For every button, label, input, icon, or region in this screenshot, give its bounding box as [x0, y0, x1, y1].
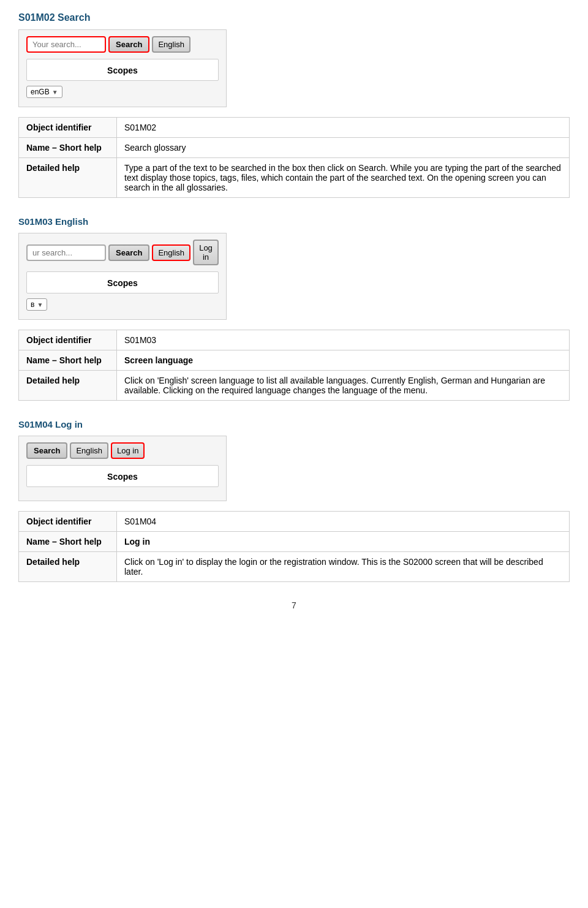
value-name-s01m02: Search glossary [117, 138, 570, 158]
dropdown-arrow-s01m02: ▼ [52, 89, 58, 96]
table-row: Name – Short help Search glossary [19, 138, 570, 158]
label-detail-s01m04: Detailed help [19, 552, 117, 582]
english-button-s01m02[interactable]: English [152, 36, 190, 53]
dropdown-arrow-s01m03: ▼ [37, 301, 43, 308]
table-row: Name – Short help Screen language [19, 350, 570, 371]
value-detail-s01m02: Type a part of the text to be searched i… [117, 158, 570, 198]
value-detail-s01m03: Click on 'English' screen language to li… [117, 371, 570, 401]
english-button-s01m04[interactable]: English [70, 442, 108, 459]
value-object-id-s01m03: S01M03 [117, 330, 570, 350]
english-button-s01m03[interactable]: English [152, 244, 190, 261]
value-name-s01m03: Screen language [117, 350, 570, 371]
label-name-s01m04: Name – Short help [19, 532, 117, 552]
table-row: Detailed help Click on 'English' screen … [19, 371, 570, 401]
lang-label-s01m02: enGB [31, 88, 50, 96]
section-s01m04-heading: S01M04 Log in [18, 419, 570, 429]
info-table-s01m02: Object identifier S01M02 Name – Short he… [18, 117, 570, 198]
table-row: Object identifier S01M02 [19, 118, 570, 138]
table-row: Object identifier S01M04 [19, 512, 570, 532]
search-input-s01m02[interactable] [26, 36, 106, 53]
section-s01m03-heading: S01M03 English [18, 216, 570, 227]
page-number: 7 [18, 600, 570, 610]
section-s01m02-heading: S01M02 Search [18, 12, 570, 23]
value-object-id-s01m02: S01M02 [117, 118, 570, 138]
login-button-s01m03[interactable]: Log in [193, 240, 219, 265]
table-row: Name – Short help Log in [19, 532, 570, 552]
scopes-panel-s01m02: Scopes [26, 59, 219, 81]
screenshot-s01m04: Search English Log in Scopes [18, 436, 227, 501]
search-button-s01m04[interactable]: Search [26, 442, 67, 459]
value-detail-s01m04: Click on 'Log in' to display the login o… [117, 552, 570, 582]
search-button-s01m02[interactable]: Search [108, 36, 149, 53]
table-row: Detailed help Click on 'Log in' to displ… [19, 552, 570, 582]
label-object-id-s01m03: Object identifier [19, 330, 117, 350]
label-object-id-s01m02: Object identifier [19, 118, 117, 138]
scopes-panel-s01m03: Scopes [26, 271, 219, 293]
value-object-id-s01m04: S01M04 [117, 512, 570, 532]
search-bar-s01m02: Search English [26, 36, 219, 53]
search-bar-s01m04: Search English Log in [26, 442, 219, 459]
table-row: Detailed help Type a part of the text to… [19, 158, 570, 198]
value-name-s01m04: Log in [117, 532, 570, 552]
info-table-s01m04: Object identifier S01M04 Name – Short he… [18, 511, 570, 582]
label-name-s01m03: Name – Short help [19, 350, 117, 371]
label-detail-s01m02: Detailed help [19, 158, 117, 198]
search-input-s01m03[interactable] [26, 244, 106, 261]
label-detail-s01m03: Detailed help [19, 371, 117, 401]
info-table-s01m03: Object identifier S01M03 Name – Short he… [18, 330, 570, 401]
search-button-s01m03[interactable]: Search [108, 244, 149, 261]
login-button-s01m04[interactable]: Log in [111, 442, 145, 459]
table-row: Object identifier S01M03 [19, 330, 570, 350]
screenshot-s01m02: Search English Scopes enGB ▼ [18, 29, 227, 107]
lang-dropdown-s01m03[interactable]: в ▼ [26, 298, 47, 311]
lang-label-s01m03: в [31, 300, 34, 309]
label-object-id-s01m04: Object identifier [19, 512, 117, 532]
search-bar-s01m03: Search English Log in [26, 240, 219, 265]
screenshot-s01m03: Search English Log in Scopes в ▼ [18, 233, 227, 320]
scopes-panel-s01m04: Scopes [26, 465, 219, 487]
label-name-s01m02: Name – Short help [19, 138, 117, 158]
lang-dropdown-s01m02[interactable]: enGB ▼ [26, 86, 62, 98]
